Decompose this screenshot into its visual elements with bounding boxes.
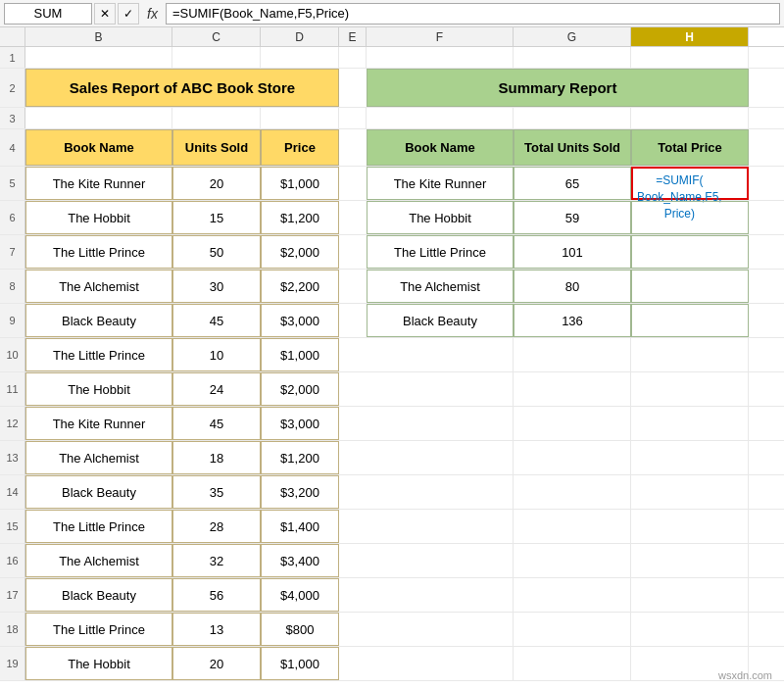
cell-d3[interactable]: [261, 108, 339, 128]
cell-d13[interactable]: $1,200: [261, 441, 339, 474]
cell-h3[interactable]: [631, 108, 749, 128]
cell-h12[interactable]: [631, 407, 749, 440]
cell-h16[interactable]: [631, 544, 749, 577]
cell-e4[interactable]: [339, 129, 367, 166]
cell-f17[interactable]: [367, 578, 514, 612]
col-header-d[interactable]: D: [261, 27, 339, 46]
cell-h1[interactable]: [631, 47, 749, 68]
cell-c8[interactable]: 30: [172, 270, 261, 303]
cell-b14[interactable]: Black Beauty: [25, 475, 172, 509]
cell-b6[interactable]: The Hobbit: [25, 201, 172, 234]
cell-d18[interactable]: $800: [261, 613, 339, 646]
cell-f14[interactable]: [367, 475, 514, 509]
right-table-title[interactable]: Summary Report: [367, 69, 749, 107]
cell-g12[interactable]: [514, 407, 631, 440]
cell-g15[interactable]: [514, 510, 631, 543]
cell-h13[interactable]: [631, 441, 749, 474]
cell-b4[interactable]: Book Name: [25, 129, 172, 166]
cell-b19[interactable]: The Hobbit: [25, 647, 172, 680]
col-header-e[interactable]: E: [339, 27, 367, 46]
cell-d5[interactable]: $1,000: [261, 167, 339, 200]
cell-b15[interactable]: The Little Prince: [25, 510, 172, 543]
cell-b7[interactable]: The Little Prince: [25, 235, 172, 269]
col-header-g[interactable]: G: [514, 27, 631, 46]
cell-f19[interactable]: [367, 647, 514, 680]
cell-b12[interactable]: The Kite Runner: [25, 407, 172, 440]
cell-h8[interactable]: [631, 270, 749, 303]
cell-d6[interactable]: $1,200: [261, 201, 339, 234]
cell-b8[interactable]: The Alchemist: [25, 270, 172, 303]
cell-g9[interactable]: 136: [514, 304, 631, 337]
cell-g13[interactable]: [514, 441, 631, 474]
col-header-h[interactable]: H: [631, 27, 749, 46]
cell-d9[interactable]: $3,000: [261, 304, 339, 337]
confirm-button[interactable]: ✓: [118, 3, 139, 25]
cell-h7[interactable]: [631, 235, 749, 269]
cell-e19[interactable]: [339, 647, 367, 680]
cell-c14[interactable]: 35: [172, 475, 261, 509]
cell-c16[interactable]: 32: [172, 544, 261, 577]
cell-d11[interactable]: $2,000: [261, 372, 339, 406]
cell-e15[interactable]: [339, 510, 367, 543]
cell-f16[interactable]: [367, 544, 514, 577]
cell-c4[interactable]: Units Sold: [172, 129, 261, 166]
cell-g11[interactable]: [514, 372, 631, 406]
cell-h6[interactable]: [631, 201, 749, 234]
cell-e5[interactable]: [339, 167, 367, 200]
cell-b3[interactable]: [25, 108, 172, 128]
cell-b1[interactable]: [25, 47, 172, 68]
cell-c19[interactable]: 20: [172, 647, 261, 680]
cell-c18[interactable]: 13: [172, 613, 261, 646]
cell-g14[interactable]: [514, 475, 631, 509]
cell-d4[interactable]: Price: [261, 129, 339, 166]
cell-d16[interactable]: $3,400: [261, 544, 339, 577]
cell-d15[interactable]: $1,400: [261, 510, 339, 543]
cell-c5[interactable]: 20: [172, 167, 261, 200]
cell-g10[interactable]: [514, 338, 631, 371]
cell-g16[interactable]: [514, 544, 631, 577]
cell-d14[interactable]: $3,200: [261, 475, 339, 509]
col-header-c[interactable]: C: [172, 27, 261, 46]
name-box[interactable]: [4, 3, 92, 25]
cell-g4[interactable]: Total Units Sold: [514, 129, 631, 166]
col-header-b[interactable]: B: [25, 27, 172, 46]
cell-e6[interactable]: [339, 201, 367, 234]
formula-input[interactable]: [166, 3, 780, 25]
cell-f10[interactable]: [367, 338, 514, 371]
cell-b13[interactable]: The Alchemist: [25, 441, 172, 474]
cell-g5[interactable]: 65: [514, 167, 631, 200]
cell-f6[interactable]: The Hobbit: [367, 201, 514, 234]
cell-e9[interactable]: [339, 304, 367, 337]
cell-d10[interactable]: $1,000: [261, 338, 339, 371]
left-table-title[interactable]: Sales Report of ABC Book Store: [25, 69, 339, 107]
cell-e12[interactable]: [339, 407, 367, 440]
cell-f11[interactable]: [367, 372, 514, 406]
cell-d7[interactable]: $2,000: [261, 235, 339, 269]
col-header-f[interactable]: F: [367, 27, 514, 46]
cell-e18[interactable]: [339, 613, 367, 646]
cell-c11[interactable]: 24: [172, 372, 261, 406]
cell-h11[interactable]: [631, 372, 749, 406]
cell-f9[interactable]: Black Beauty: [367, 304, 514, 337]
cell-f3[interactable]: [367, 108, 514, 128]
cell-e3[interactable]: [339, 108, 367, 128]
cell-g19[interactable]: [514, 647, 631, 680]
cell-h15[interactable]: [631, 510, 749, 543]
cell-f1[interactable]: [367, 47, 514, 68]
cell-h9[interactable]: [631, 304, 749, 337]
cell-b16[interactable]: The Alchemist: [25, 544, 172, 577]
cell-f7[interactable]: The Little Prince: [367, 235, 514, 269]
cell-e13[interactable]: [339, 441, 367, 474]
cell-f13[interactable]: [367, 441, 514, 474]
cell-e1[interactable]: [339, 47, 367, 68]
cell-c15[interactable]: 28: [172, 510, 261, 543]
cell-d19[interactable]: $1,000: [261, 647, 339, 680]
cell-c3[interactable]: [172, 108, 261, 128]
cell-g6[interactable]: 59: [514, 201, 631, 234]
cell-e16[interactable]: [339, 544, 367, 577]
cell-d17[interactable]: $4,000: [261, 578, 339, 612]
cell-f12[interactable]: [367, 407, 514, 440]
cell-c9[interactable]: 45: [172, 304, 261, 337]
cell-d12[interactable]: $3,000: [261, 407, 339, 440]
cell-e11[interactable]: [339, 372, 367, 406]
